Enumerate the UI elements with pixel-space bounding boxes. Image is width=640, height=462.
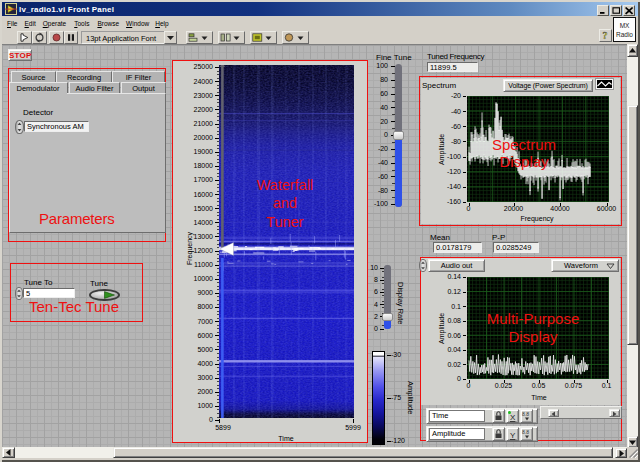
svg-text:?: ? [603,30,608,41]
svg-text:8.8: 8.8 [522,411,529,417]
svg-text:X: X [510,413,516,422]
svg-text:Y: Y [510,431,516,440]
svg-text:8.8: 8.8 [522,429,529,435]
